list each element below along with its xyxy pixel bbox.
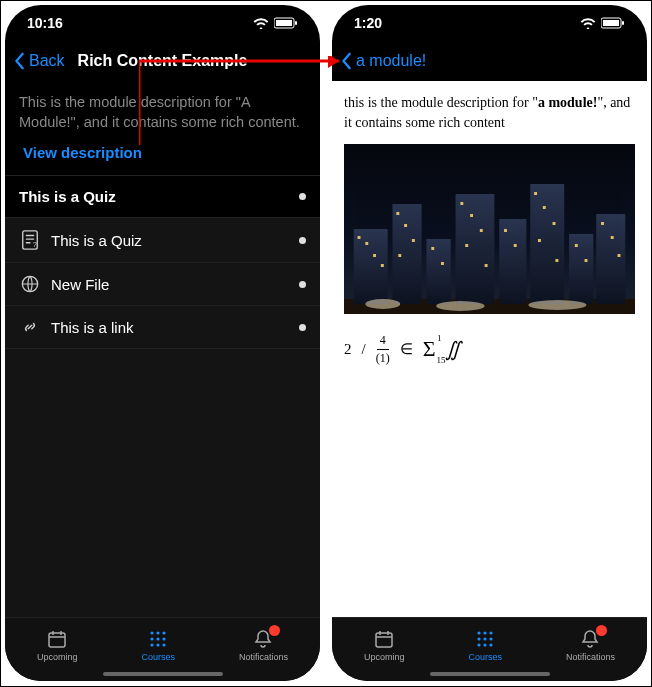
body-prefix: this is the module description for " — [344, 95, 538, 110]
svg-point-63 — [478, 637, 481, 640]
svg-point-7 — [151, 631, 154, 634]
svg-rect-37 — [460, 202, 463, 205]
sigma-icon: Σ 1 15 — [423, 334, 436, 365]
wifi-icon — [580, 17, 596, 29]
wifi-icon — [253, 17, 269, 29]
svg-point-57 — [436, 301, 485, 311]
formula-slash: / — [362, 339, 366, 360]
svg-rect-45 — [538, 239, 541, 242]
svg-point-12 — [163, 637, 166, 640]
content-page: this is the module description for "a mo… — [332, 81, 647, 617]
tab-courses[interactable]: Courses — [141, 629, 175, 662]
formula: 2 / 4 (1) ∈ Σ 1 15 ∬ — [344, 332, 635, 367]
notification-badge — [269, 625, 280, 636]
svg-rect-54 — [575, 244, 578, 247]
svg-point-10 — [151, 637, 154, 640]
list-item-link[interactable]: This is a link — [5, 306, 320, 349]
svg-rect-18 — [622, 21, 624, 25]
quiz-icon: ? — [19, 230, 41, 250]
formula-t1: 2 — [344, 339, 352, 360]
view-description-link[interactable]: View description — [5, 138, 320, 175]
svg-rect-26 — [530, 184, 564, 304]
svg-rect-25 — [499, 219, 526, 304]
list-item-label: This is a Quiz — [51, 232, 299, 249]
city-image — [344, 144, 635, 314]
svg-point-14 — [157, 643, 160, 646]
svg-rect-43 — [543, 206, 546, 209]
link-icon — [19, 318, 41, 336]
svg-rect-39 — [480, 229, 483, 232]
svg-rect-59 — [376, 633, 392, 647]
svg-rect-27 — [569, 234, 593, 304]
grid-icon — [147, 629, 169, 649]
svg-rect-50 — [431, 247, 434, 250]
list-item-quiz[interactable]: ? This is a Quiz — [5, 218, 320, 263]
svg-point-8 — [157, 631, 160, 634]
svg-rect-6 — [49, 633, 65, 647]
svg-rect-53 — [514, 244, 517, 247]
svg-rect-35 — [412, 239, 415, 242]
svg-rect-44 — [553, 222, 556, 225]
svg-point-60 — [478, 631, 481, 634]
tab-label: Courses — [468, 652, 502, 662]
formula-fraction: 4 (1) — [376, 332, 390, 367]
svg-point-58 — [528, 300, 586, 310]
grid-icon — [474, 629, 496, 649]
svg-rect-30 — [365, 242, 368, 245]
svg-rect-42 — [534, 192, 537, 195]
list-item-label: This is a link — [51, 319, 299, 336]
svg-rect-36 — [398, 254, 401, 257]
back-label: a module! — [356, 52, 426, 70]
body-bold: a module! — [538, 95, 598, 110]
nav-bar: Back Rich Content Example — [5, 41, 320, 81]
section-header[interactable]: This is a Quiz — [5, 175, 320, 218]
tab-label: Upcoming — [37, 652, 78, 662]
svg-text:?: ? — [33, 240, 37, 249]
integral-icon: ∬ — [445, 335, 461, 363]
back-button[interactable]: a module! — [340, 52, 426, 70]
svg-rect-46 — [555, 259, 558, 262]
svg-point-64 — [484, 637, 487, 640]
svg-rect-28 — [596, 214, 625, 304]
chevron-left-icon — [13, 52, 27, 70]
svg-rect-48 — [611, 236, 614, 239]
home-indicator — [430, 672, 550, 676]
svg-point-62 — [490, 631, 493, 634]
svg-rect-29 — [358, 236, 361, 239]
svg-point-61 — [484, 631, 487, 634]
svg-rect-41 — [485, 264, 488, 267]
svg-point-56 — [365, 299, 400, 309]
svg-rect-33 — [396, 212, 399, 215]
battery-icon — [601, 17, 625, 29]
tab-upcoming[interactable]: Upcoming — [37, 629, 78, 662]
svg-rect-31 — [373, 254, 376, 257]
chevron-left-icon — [340, 52, 354, 70]
svg-rect-47 — [601, 222, 604, 225]
module-description: This is the module description for "A Mo… — [5, 81, 320, 138]
back-button[interactable]: Back — [13, 52, 65, 70]
tab-courses[interactable]: Courses — [468, 629, 502, 662]
tab-notifications[interactable]: Notifications — [566, 629, 615, 662]
svg-point-65 — [490, 637, 493, 640]
svg-rect-40 — [465, 244, 468, 247]
notification-badge — [596, 625, 607, 636]
tab-label: Notifications — [566, 652, 615, 662]
list-item-file[interactable]: New File — [5, 263, 320, 306]
status-icons — [580, 17, 625, 29]
status-dot — [299, 237, 306, 244]
nav-bar: a module! — [332, 41, 647, 81]
svg-rect-49 — [618, 254, 621, 257]
list-item-label: New File — [51, 276, 299, 293]
status-dot — [299, 324, 306, 331]
svg-point-15 — [163, 643, 166, 646]
svg-rect-22 — [393, 204, 422, 304]
status-icons — [253, 17, 298, 29]
phone-left: 10:16 Back Rich Content Example This is … — [5, 5, 320, 681]
tab-notifications[interactable]: Notifications — [239, 629, 288, 662]
back-label: Back — [29, 52, 65, 70]
svg-point-67 — [484, 643, 487, 646]
svg-rect-17 — [603, 20, 619, 26]
tab-upcoming[interactable]: Upcoming — [364, 629, 405, 662]
svg-rect-32 — [381, 264, 384, 267]
home-indicator — [103, 672, 223, 676]
